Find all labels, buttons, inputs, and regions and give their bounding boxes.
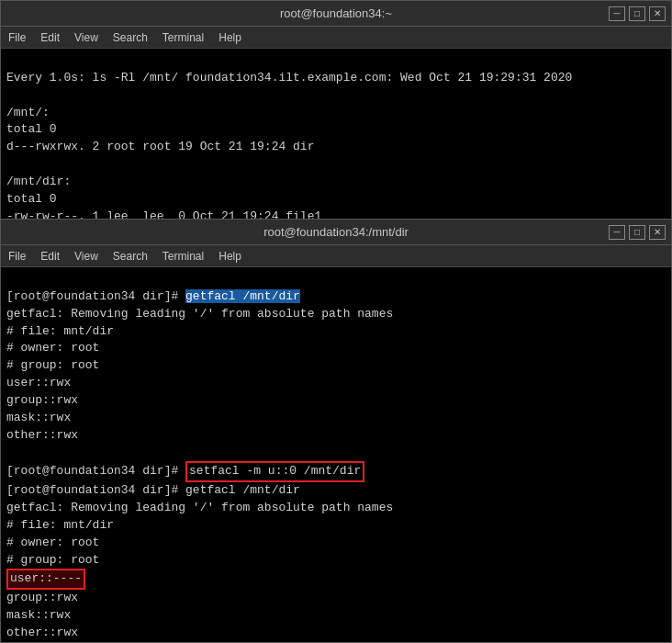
fg-line-group: # group: root [6,358,99,372]
fg-line-group1: group::rwx [6,393,78,407]
fg-window-title: root@foundation34:/mnt/dir [263,225,409,239]
bg-menu-view[interactable]: View [74,31,98,44]
fg-line-other1: other::rwx [6,428,78,442]
bg-terminal-content: Every 1.0s: ls -Rl /mnt/ foundation34.il… [1,49,671,220]
foreground-terminal-window: root@foundation34:/mnt/dir ─ □ ✕ File Ed… [0,219,672,643]
bg-line-mntdir: /mnt/dir: [6,175,71,188]
bg-line-mnt: /mnt/: [6,106,50,119]
bg-menu-terminal[interactable]: Terminal [162,31,204,44]
fg-prompt3: [root@foundation34 dir]# getfacl /mnt/di… [6,483,300,497]
fg-line-warn2: getfacl: Removing leading '/' from absol… [6,501,393,514]
bg-line-blank1 [6,88,14,102]
fg-maximize-btn[interactable]: □ [629,225,645,240]
fg-line-other2: other::rwx [6,626,78,639]
fg-line-mask1: mask::rwx [6,411,71,424]
bg-maximize-btn[interactable]: □ [629,6,645,21]
fg-prompt1: [root@foundation34 dir]# getfacl /mnt/di… [6,289,300,303]
fg-line-owner2: # owner: root [6,536,99,549]
fg-menu-terminal[interactable]: Terminal [162,250,204,263]
bg-close-btn[interactable]: ✕ [649,6,666,21]
bg-line-total2: total 0 [6,192,57,206]
bg-menu-file[interactable]: File [8,31,26,44]
fg-window-controls[interactable]: ─ □ ✕ [609,225,666,240]
fg-line-file: # file: mnt/dir [6,324,114,338]
fg-line-userdash: user::---- [6,571,85,585]
fg-line-file2: # file: mnt/dir [6,518,114,532]
bg-line-dir: d---rwxrwx. 2 root root 19 Oct 21 19:24 … [6,140,314,153]
fg-line-owner: # owner: root [6,341,99,355]
fg-close-btn[interactable]: ✕ [649,225,666,240]
bg-window-controls[interactable]: ─ □ ✕ [609,6,666,21]
bg-line-total1: total 0 [6,122,57,136]
fg-menubar: File Edit View Search Terminal Help [1,245,671,267]
fg-titlebar: root@foundation34:/mnt/dir ─ □ ✕ [1,220,671,245]
fg-menu-file[interactable]: File [8,250,26,263]
fg-line-group3: group::rwx [6,591,78,604]
fg-blank1 [6,445,14,458]
fg-menu-search[interactable]: Search [113,250,148,263]
fg-menu-view[interactable]: View [74,250,98,263]
bg-minimize-btn[interactable]: ─ [609,6,625,21]
fg-line-group2: # group: root [6,553,99,567]
cmd2-highlight: setfacl -m u::0 /mnt/dir [185,461,364,482]
bg-menu-search[interactable]: Search [113,31,148,44]
user-dashes-highlight: user::---- [6,569,85,590]
bg-titlebar: root@foundation34:~ ─ □ ✕ [1,1,671,27]
bg-menu-edit[interactable]: Edit [40,31,60,44]
bg-menu-help[interactable]: Help [218,31,241,44]
fg-menu-edit[interactable]: Edit [40,250,60,263]
fg-minimize-btn[interactable]: ─ [609,225,625,240]
bg-line-1: Every 1.0s: ls -Rl /mnt/ foundation34.il… [6,71,572,85]
fg-terminal-content: [root@foundation34 dir]# getfacl /mnt/di… [1,267,671,642]
bg-window-title: root@foundation34:~ [280,6,392,20]
fg-line-user1: user::rwx [6,376,71,389]
bg-line-blank2 [6,157,14,171]
fg-line-warn1: getfacl: Removing leading '/' from absol… [6,307,393,321]
background-terminal-window: root@foundation34:~ ─ □ ✕ File Edit View… [0,0,672,220]
fg-line-mask2: mask::rwx [6,608,71,622]
fg-prompt2: [root@foundation34 dir]# setfacl -m u::0… [6,464,364,478]
cmd1-highlight: getfacl /mnt/dir [185,289,300,303]
fg-menu-help[interactable]: Help [218,250,241,263]
bg-menubar: File Edit View Search Terminal Help [1,27,671,49]
